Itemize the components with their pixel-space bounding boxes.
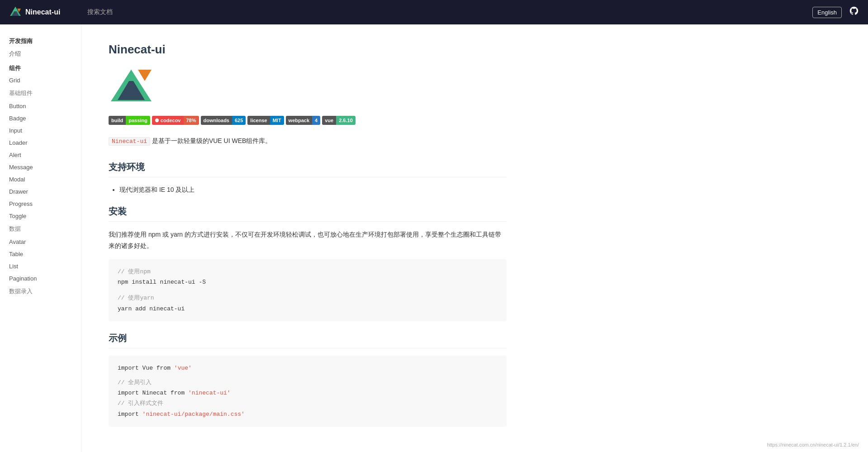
sidebar-item-grid[interactable]: Grid [0, 74, 81, 86]
section-example: 示例 [109, 332, 507, 348]
badge-codecov: codecov 78% [152, 116, 199, 125]
logo-area [109, 67, 507, 105]
code-comment-style: // 引入样式文件 [118, 400, 163, 407]
comment-npm: // 使用npm [118, 268, 151, 275]
page-title: Ninecat-ui [109, 43, 507, 57]
code-yarn: yarn add ninecat-ui [118, 305, 185, 312]
description-block: Ninecat-ui 是基于一款轻量级的VUE UI WEB组件库。 [109, 136, 507, 147]
sidebar-item-loader[interactable]: Loader [0, 137, 81, 149]
sidebar-item-avatar[interactable]: Avatar [0, 236, 81, 248]
search-label: 搜索文档 [87, 8, 113, 15]
sidebar-item-toggle[interactable]: Toggle [0, 210, 81, 222]
section-title-guide: 开发指南 [0, 33, 81, 47]
sidebar-item-drawer[interactable]: Drawer [0, 186, 81, 198]
logo-icon [9, 6, 22, 19]
support-list: 现代浏览器和 IE 10 及以上 [119, 185, 507, 195]
sidebar-item-pagination[interactable]: Pagination [0, 272, 81, 285]
footer-note: https://ninecat.com.cn/ninecat-ui/1.2.1/… [767, 442, 859, 447]
svg-marker-7 [124, 70, 138, 81]
section-support: 支持环境 [109, 161, 507, 177]
vue-logo-large [109, 67, 154, 104]
header-right: English [812, 6, 859, 19]
sidebar-item-basic[interactable]: 基础组件 [0, 86, 81, 100]
sidebar-item-progress[interactable]: Progress [0, 198, 81, 210]
badge-downloads: downloads 625 [201, 116, 246, 125]
search-bar[interactable]: 搜索文档 [87, 8, 113, 16]
sidebar: 开发指南 介绍 组件 Grid 基础组件 Button Badge Input … [0, 24, 81, 452]
layout: 开发指南 介绍 组件 Grid 基础组件 Button Badge Input … [0, 24, 868, 452]
install-description: 我们推荐使用 npm 或 yarn 的方式进行安装，不仅可在开发环境轻松调试，也… [109, 229, 507, 252]
sidebar-item-button[interactable]: Button [0, 100, 81, 112]
badge-vue: vue 2.6.10 [322, 116, 356, 125]
sidebar-item-message[interactable]: Message [0, 161, 81, 173]
section-title-components: 组件 [0, 61, 81, 74]
main-content: Ninecat-ui build passing [81, 24, 534, 452]
svg-point-8 [155, 119, 159, 122]
header: Ninecat-ui 搜索文档 English [0, 0, 868, 24]
lang-button[interactable]: English [812, 7, 842, 18]
sidebar-item-table[interactable]: Table [0, 248, 81, 260]
code-inline-name: Ninecat-ui [109, 137, 150, 146]
description-text: 是基于一款轻量级的VUE UI WEB组件库。 [152, 137, 271, 144]
code-comment-global: // 全局引入 [118, 379, 152, 386]
example-code-block: import Vue from 'vue' // 全局引入 import Nin… [109, 356, 507, 427]
sidebar-item-alert[interactable]: Alert [0, 149, 81, 161]
sidebar-item-badge[interactable]: Badge [0, 112, 81, 124]
install-code-block: // 使用npm npm install ninecat-ui -S // 使用… [109, 259, 507, 322]
badge-license: license MIT [247, 116, 284, 125]
sidebar-item-intro[interactable]: 介绍 [0, 47, 81, 61]
section-install: 安装 [109, 205, 507, 222]
sidebar-item-modal[interactable]: Modal [0, 173, 81, 186]
code-npm: npm install ninecat-ui -S [118, 279, 206, 285]
comment-yarn: // 使用yarn [118, 295, 154, 301]
sidebar-item-data[interactable]: 数据 [0, 222, 81, 236]
github-icon[interactable] [849, 6, 859, 19]
badge-webpack: webpack 4 [286, 116, 321, 125]
support-item-1: 现代浏览器和 IE 10 及以上 [119, 185, 507, 195]
badge-build: build passing [109, 116, 150, 125]
sidebar-item-data-entry[interactable]: 数据录入 [0, 285, 81, 298]
code-import-kw1: import [118, 365, 142, 371]
svg-marker-2 [13, 7, 18, 11]
logo[interactable]: Ninecat-ui [9, 6, 60, 19]
sidebar-item-input[interactable]: Input [0, 124, 81, 137]
logo-text: Ninecat-ui [25, 8, 60, 16]
sidebar-item-list[interactable]: List [0, 260, 81, 272]
svg-marker-6 [138, 70, 152, 81]
badges-container: build passing codecov 78% downloads 625 … [109, 116, 507, 125]
